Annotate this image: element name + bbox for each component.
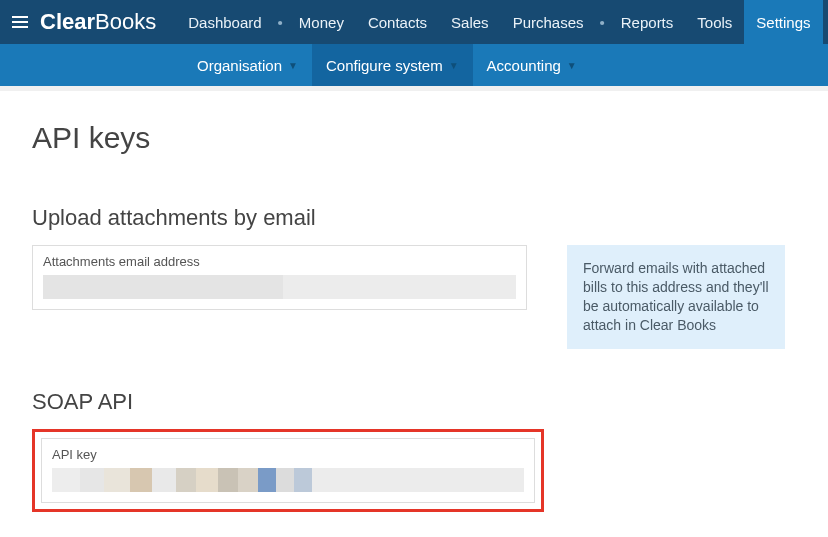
soap-highlight-box: API key <box>32 429 544 512</box>
subnav-label: Configure system <box>326 57 443 74</box>
brand-logo[interactable]: ClearBooks <box>40 9 176 35</box>
attachments-email-value-redacted <box>43 275 516 299</box>
nav-money[interactable]: Money <box>287 0 356 44</box>
chevron-down-icon: ▼ <box>567 60 577 71</box>
chevron-down-icon: ▼ <box>288 60 298 71</box>
subnav-organisation[interactable]: Organisation ▼ <box>183 44 312 86</box>
nav-separator: • <box>274 0 287 44</box>
brand-part2: Books <box>95 9 156 34</box>
api-key-value-redacted <box>52 468 524 492</box>
api-key-label: API key <box>52 447 524 462</box>
top-nav: ClearBooks Dashboard • Money Contacts Sa… <box>0 0 828 44</box>
subnav-accounting[interactable]: Accounting ▼ <box>473 44 591 86</box>
soap-heading: SOAP API <box>32 389 796 415</box>
upload-heading: Upload attachments by email <box>32 205 796 231</box>
page-title: API keys <box>32 121 796 155</box>
nav-dashboard[interactable]: Dashboard <box>176 0 273 44</box>
upload-row: Attachments email address Forward emails… <box>32 245 796 349</box>
nav-settings[interactable]: Settings <box>744 0 822 44</box>
nav-contacts[interactable]: Contacts <box>356 0 439 44</box>
sub-nav: Organisation ▼ Configure system ▼ Accoun… <box>0 44 828 86</box>
topnav-items: Dashboard • Money Contacts Sales Purchas… <box>176 0 822 44</box>
attachments-email-card: Attachments email address <box>32 245 527 310</box>
upload-info-box: Forward emails with attached bills to th… <box>567 245 785 349</box>
nav-sales[interactable]: Sales <box>439 0 501 44</box>
attachments-email-label: Attachments email address <box>43 254 516 269</box>
api-key-card: API key <box>41 438 535 503</box>
subnav-label: Accounting <box>487 57 561 74</box>
brand-part1: Clear <box>40 9 95 34</box>
nav-reports[interactable]: Reports <box>609 0 686 44</box>
nav-separator: • <box>596 0 609 44</box>
menu-icon[interactable] <box>0 16 40 28</box>
nav-purchases[interactable]: Purchases <box>501 0 596 44</box>
subnav-configure-system[interactable]: Configure system ▼ <box>312 44 473 86</box>
subnav-label: Organisation <box>197 57 282 74</box>
chevron-down-icon: ▼ <box>449 60 459 71</box>
nav-tools[interactable]: Tools <box>685 0 744 44</box>
page-content: API keys Upload attachments by email Att… <box>0 91 828 537</box>
